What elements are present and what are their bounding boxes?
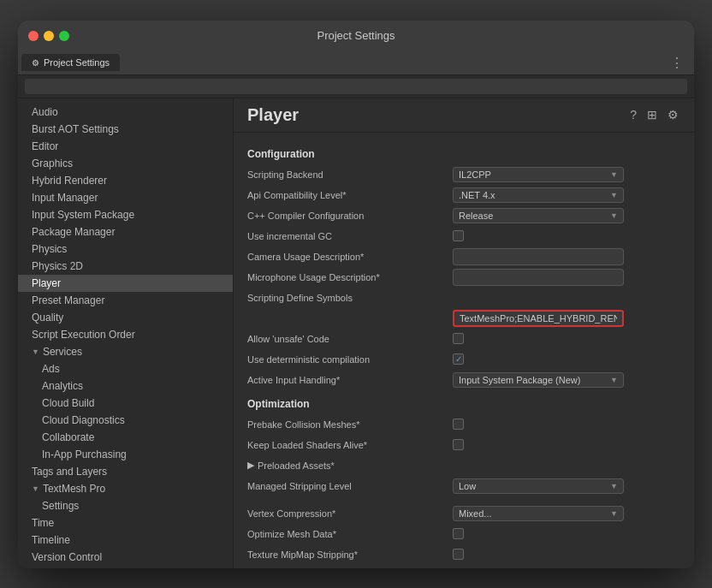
optimize-mesh-checkbox[interactable] <box>453 528 464 539</box>
prebake-collision-checkbox[interactable] <box>453 419 464 430</box>
deterministic-compilation-row: Use deterministic compilation <box>247 350 680 369</box>
incremental-gc-label: Use incremental GC <box>247 231 453 241</box>
incremental-gc-checkbox[interactable] <box>453 230 464 241</box>
content-area: Audio Burst AOT Settings Editor Graphics… <box>18 98 694 568</box>
sidebar-section-services[interactable]: ▼ Services <box>18 343 233 360</box>
sidebar-item-time[interactable]: Time <box>18 514 233 532</box>
camera-usage-input[interactable] <box>453 248 624 265</box>
help-icon[interactable]: ? <box>628 106 638 123</box>
tab-menu-button[interactable]: ⋮ <box>663 55 691 71</box>
preloaded-assets-row: ▶ Preloaded Assets* <box>247 456 680 475</box>
panel-header: Player ? ⊞ ⚙ <box>234 98 694 133</box>
cpp-compiler-arrow-icon: ▼ <box>610 211 618 220</box>
keep-loaded-shaders-checkbox[interactable] <box>453 439 464 450</box>
camera-usage-control <box>453 248 680 265</box>
scripting-backend-value: IL2CPP <box>459 169 491 180</box>
sidebar-item-physics[interactable]: Physics <box>18 241 233 258</box>
sidebar-item-input-manager[interactable]: Input Manager <box>18 189 233 206</box>
active-input-row: Active Input Handling* Input System Pack… <box>247 371 680 389</box>
managed-stripping-dropdown[interactable]: Low ▼ <box>453 478 624 494</box>
sidebar-item-preset-manager[interactable]: Preset Manager <box>18 292 233 309</box>
close-button[interactable] <box>28 31 39 41</box>
textmesh-pro-arrow-icon: ▼ <box>32 484 39 493</box>
deterministic-compilation-control <box>453 353 680 365</box>
sidebar-item-tags-and-layers[interactable]: Tags and Layers <box>18 463 233 480</box>
active-input-value: Input System Package (New) <box>459 375 580 385</box>
sidebar-item-cloud-diagnostics[interactable]: Cloud Diagnostics <box>18 412 233 429</box>
maximize-button[interactable] <box>59 31 69 41</box>
settings-gear-icon[interactable]: ⚙ <box>666 106 680 123</box>
sidebar-item-script-execution-order[interactable]: Script Execution Order <box>18 326 233 343</box>
sidebar-item-collaborate[interactable]: Collaborate <box>18 429 233 446</box>
scripting-define-input[interactable] <box>453 310 624 327</box>
sidebar-item-physics-2d[interactable]: Physics 2D <box>18 258 233 275</box>
scripting-backend-dropdown[interactable]: IL2CPP ▼ <box>453 167 624 182</box>
sidebar-section-textmesh-pro[interactable]: ▼ TextMesh Pro <box>18 480 233 497</box>
cpp-compiler-value: Release <box>459 211 493 221</box>
scripting-backend-label: Scripting Backend <box>247 169 453 180</box>
api-compatibility-row: Api Compatibility Level* .NET 4.x ▼ <box>247 186 680 205</box>
preloaded-assets-arrow-label: ▶ Preloaded Assets* <box>247 460 453 471</box>
active-input-dropdown[interactable]: Input System Package (New) ▼ <box>453 372 624 388</box>
active-input-control: Input System Package (New) ▼ <box>453 372 680 388</box>
spacer <box>247 497 680 504</box>
textmesh-pro-label: TextMesh Pro <box>43 483 105 495</box>
keep-loaded-shaders-label: Keep Loaded Shaders Alive* <box>247 440 453 450</box>
cpp-compiler-dropdown[interactable]: Release ▼ <box>453 208 624 223</box>
sidebar-item-player[interactable]: Player <box>18 275 233 292</box>
sidebar-item-xr-plugin-management[interactable]: XR Plugin Management <box>18 566 233 568</box>
scripting-backend-arrow-icon: ▼ <box>610 170 618 179</box>
search-bar <box>18 75 694 98</box>
search-input[interactable] <box>25 79 687 94</box>
texture-mipmap-checkbox[interactable] <box>453 549 464 560</box>
allow-unsafe-label: Allow 'unsafe' Code <box>247 334 453 344</box>
api-compatibility-value: .NET 4.x <box>459 190 495 200</box>
vertex-compression-dropdown[interactable]: Mixed... ▼ <box>453 506 624 521</box>
sidebar-item-audio[interactable]: Audio <box>18 104 233 121</box>
sidebar-item-quality[interactable]: Quality <box>18 309 233 326</box>
cpp-compiler-label: C++ Compiler Configuration <box>247 211 453 221</box>
minimize-button[interactable] <box>44 31 54 41</box>
vertex-compression-value: Mixed... <box>459 508 492 519</box>
microphone-usage-label: Microphone Usage Description* <box>247 272 453 282</box>
active-input-label: Active Input Handling* <box>247 375 453 385</box>
sidebar-item-package-manager[interactable]: Package Manager <box>18 223 233 241</box>
tab-project-settings[interactable]: ⚙ Project Settings <box>21 54 120 71</box>
api-compatibility-arrow-icon: ▼ <box>610 191 618 199</box>
api-compatibility-label: Api Compatibility Level* <box>247 190 453 200</box>
prebake-collision-row: Prebake Collision Meshes* <box>247 415 680 434</box>
prebake-collision-label: Prebake Collision Meshes* <box>247 419 453 430</box>
tab-bar: ⚙ Project Settings ⋮ <box>18 51 694 75</box>
sidebar-item-editor[interactable]: Editor <box>18 138 233 155</box>
preloaded-assets-arrow-icon: ▶ <box>247 460 254 471</box>
managed-stripping-label: Managed Stripping Level <box>247 481 453 491</box>
panel-icons: ? ⊞ ⚙ <box>628 106 680 123</box>
sidebar-item-burst-aot[interactable]: Burst AOT Settings <box>18 121 233 138</box>
sidebar-item-hybrid-renderer[interactable]: Hybrid Renderer <box>18 172 233 189</box>
texture-mipmap-row: Texture MipMap Stripping* <box>247 545 680 564</box>
sidebar-item-cloud-build[interactable]: Cloud Build <box>18 395 233 412</box>
incremental-gc-control <box>453 230 680 241</box>
api-compatibility-dropdown[interactable]: .NET 4.x ▼ <box>453 187 624 203</box>
sidebar-item-version-control[interactable]: Version Control <box>18 549 233 566</box>
active-input-arrow-icon: ▼ <box>610 376 618 384</box>
panel-title: Player <box>247 105 628 125</box>
services-arrow-icon: ▼ <box>32 347 39 356</box>
optimize-mesh-control <box>453 528 680 539</box>
sidebar-item-graphics[interactable]: Graphics <box>18 155 233 172</box>
deterministic-compilation-checkbox[interactable] <box>453 353 464 365</box>
sidebar-item-in-app-purchasing[interactable]: In-App Purchasing <box>18 446 233 463</box>
microphone-usage-input[interactable] <box>453 269 624 286</box>
sidebar-item-ads[interactable]: Ads <box>18 360 233 377</box>
scripting-define-label: Scripting Define Symbols <box>247 293 453 303</box>
cpp-compiler-row: C++ Compiler Configuration Release ▼ <box>247 206 680 225</box>
sidebar-item-input-system-package[interactable]: Input System Package <box>18 206 233 223</box>
sidebar-item-settings[interactable]: Settings <box>18 497 233 514</box>
sidebar-item-timeline[interactable]: Timeline <box>18 532 233 549</box>
texture-mipmap-label: Texture MipMap Stripping* <box>247 549 453 560</box>
layout-icon[interactable]: ⊞ <box>645 106 659 123</box>
vertex-compression-arrow-icon: ▼ <box>610 509 618 518</box>
allow-unsafe-checkbox[interactable] <box>453 333 464 344</box>
sidebar-item-analytics[interactable]: Analytics <box>18 377 233 395</box>
managed-stripping-arrow-icon: ▼ <box>610 482 618 490</box>
